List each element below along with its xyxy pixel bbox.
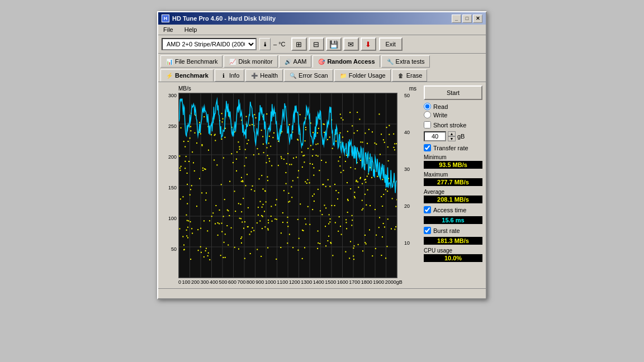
average-value: 208.1 MB/s [424,196,482,203]
tab-health-label: Health [260,72,278,79]
y-right-label: ms [409,85,416,92]
tab-random-access-label: Random Access [327,58,375,65]
menu-help[interactable]: Help [182,26,200,34]
short-stroke-checkbox-item[interactable]: Short stroke [424,121,482,128]
tab-info[interactable]: ℹ Info [215,69,244,82]
minimum-value: 93.5 MB/s [424,161,482,169]
file-benchmark-icon: 📊 [165,58,173,65]
average-label: Average [424,189,482,195]
tab-file-benchmark-label: File Benchmark [175,58,217,65]
access-time-label: Access time [433,207,466,213]
burst-rate-label: Burst rate [433,227,460,234]
short-stroke-checkbox[interactable] [424,121,431,128]
tab-erase-label: Erase [406,72,423,79]
title-controls: _ □ ✕ [452,15,482,23]
maximum-stat: Maximum 277.7 MB/s [424,172,482,186]
chart-labels-top: MB/s ms [162,85,419,92]
transfer-rate-checkbox[interactable] [424,144,431,151]
tab-health[interactable]: ➕ Health [245,69,283,82]
toolbar-btn-2[interactable]: ⊟ [309,37,324,51]
tab-error-scan-label: Error Scan [299,72,328,79]
start-button[interactable]: Start [424,85,482,100]
burst-rate-checkbox[interactable] [424,227,431,234]
cpu-usage-stat: CPU usage 10.0% [424,247,482,262]
y-axis-left: 300 250 200 150 100 50 [162,93,178,277]
x-axis: 0 100 200 300 400 500 600 700 800 900 10… [162,279,419,285]
access-time-stat: 15.6 ms [424,216,482,224]
read-label: Read [433,103,448,110]
tab-file-benchmark[interactable]: 📊 File Benchmark [160,55,222,68]
main-window: H HD Tune Pro 4.60 - Hard Disk Utility _… [157,11,487,299]
spinner-buttons: ▲ ▼ [448,131,456,141]
minimize-button[interactable]: _ [452,15,461,23]
tabs-row2: ⚡ Benchmark ℹ Info ➕ Health 🔍 Error Scan… [158,68,486,82]
right-panel: Start Read Write Short stroke ▲ [424,85,482,285]
status-bar [158,288,486,298]
exit-button[interactable]: Exit [379,37,402,51]
tabs-row1: 📊 File Benchmark 📈 Disk monitor 🔊 AAM 🎯 … [158,54,486,68]
toolbar-btn-5[interactable]: ⬇ [361,37,376,51]
erase-icon: 🗑 [397,72,405,79]
tab-erase[interactable]: 🗑 Erase [392,69,428,82]
chart-area: MB/s ms 300 250 200 150 100 50 50 [162,85,419,285]
burst-rate-stat: 181.3 MB/s [424,237,482,245]
tab-aam[interactable]: 🔊 AAM [279,55,312,68]
toolbar: AMD 2+0 Stripe/RAID0 (2000 gB) 🌡 – °C ⊞ … [158,35,486,54]
tab-benchmark-label: Benchmark [175,72,209,79]
window-title: HD Tune Pro 4.60 - Hard Disk Utility [172,15,276,22]
cpu-usage-value: 10.0% [424,254,482,262]
tab-extra-tests-label: Extra tests [396,58,425,65]
extra-tests-icon: 🔧 [386,58,394,65]
close-button[interactable]: ✕ [473,15,482,23]
error-scan-icon: 🔍 [289,72,297,79]
y-axis-right: 50 40 30 20 10 [402,93,419,277]
tab-random-access[interactable]: 🎯 Random Access [312,55,380,68]
folder-usage-icon: 📁 [339,72,347,79]
menu-bar: File Help [158,25,486,35]
toolbar-btn-3[interactable]: 💾 [326,37,342,51]
read-radio[interactable] [424,103,431,110]
access-time-value: 15.6 ms [424,216,482,224]
health-icon: ➕ [250,72,258,79]
burst-rate-checkbox-item[interactable]: Burst rate [424,227,482,234]
tab-error-scan[interactable]: 🔍 Error Scan [284,69,333,82]
disk-monitor-icon: 📈 [229,58,236,65]
cpu-usage-label: CPU usage [424,247,482,254]
maximize-button[interactable]: □ [462,15,472,23]
toolbar-btn-4[interactable]: ✉ [343,37,359,51]
chart-container: 300 250 200 150 100 50 50 40 30 20 10 [162,93,419,278]
tab-folder-usage[interactable]: 📁 Folder Usage [334,69,391,82]
tab-benchmark[interactable]: ⚡ Benchmark [160,69,214,82]
temp-display: – °C [273,41,286,47]
toolbar-btn-1[interactable]: ⊞ [291,37,307,51]
main-content: MB/s ms 300 250 200 150 100 50 50 [158,82,486,288]
write-radio-item[interactable]: Write [424,111,482,118]
menu-file[interactable]: File [160,26,176,34]
maximum-label: Maximum [424,172,482,178]
benchmark-icon: ⚡ [165,72,173,79]
tab-info-label: Info [229,72,239,79]
tab-extra-tests[interactable]: 🔧 Extra tests [381,55,430,68]
spinner-up[interactable]: ▲ [448,131,456,136]
read-radio-item[interactable]: Read [424,103,482,110]
average-stat: Average 208.1 MB/s [424,189,482,203]
access-time-checkbox[interactable] [424,206,431,213]
transfer-rate-label: Transfer rate [433,145,468,151]
minimum-stat: Minimum 93.5 MB/s [424,154,482,169]
access-time-checkbox-item[interactable]: Access time [424,206,482,213]
title-bar-left: H HD Tune Pro 4.60 - Hard Disk Utility [162,15,276,22]
transfer-rate-checkbox-item[interactable]: Transfer rate [424,144,482,151]
tab-folder-usage-label: Folder Usage [349,72,386,79]
app-icon: H [162,15,169,22]
temp-icon: 🌡 [259,38,271,50]
write-radio[interactable] [424,111,431,118]
short-stroke-unit: gB [457,133,465,140]
spinner-down[interactable]: ▼ [448,136,456,141]
minimum-label: Minimum [424,154,482,160]
short-stroke-input[interactable] [424,131,446,141]
tab-aam-label: AAM [293,58,307,65]
info-icon: ℹ [220,72,228,79]
aam-icon: 🔊 [284,58,292,65]
tab-disk-monitor[interactable]: 📈 Disk monitor [224,55,277,68]
drive-select[interactable]: AMD 2+0 Stripe/RAID0 (2000 gB) [162,38,257,50]
